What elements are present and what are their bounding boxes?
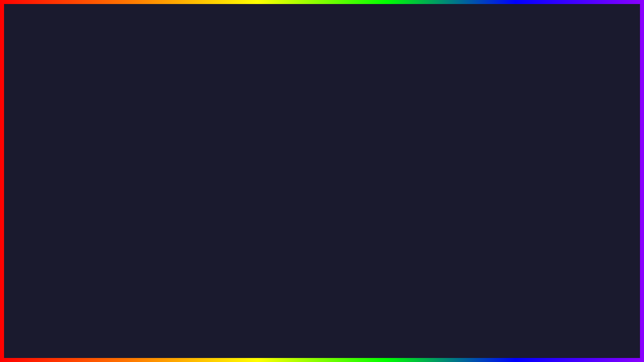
fighting-style-dropdown[interactable]: Fighting Style ▲	[248, 240, 290, 246]
sidebar-right-functions[interactable]: ⚓ Functions	[336, 203, 393, 216]
auto-farming-npc-row: Auto Farming NPC	[393, 214, 573, 231]
autofarm-all-npc-row: AutoFarm All NPC	[393, 231, 573, 248]
buso-haki-row: Buso Haki	[393, 163, 573, 180]
window-left-title: One Fruit Simulator - Solexz	[69, 148, 156, 156]
sidebar-right-label-misc: Misc	[351, 219, 363, 226]
window-left-body: ⚓ Main ⚓ Farming ⚓ Functions ⚓ Misc 🌌 Sk…	[64, 160, 296, 272]
sidebar-item-farming[interactable]: ⚓ Farming	[64, 177, 121, 190]
window-right-minimize[interactable]: ─	[547, 148, 555, 156]
window-right-close[interactable]: ✕	[559, 148, 568, 156]
sidebar-item-functions[interactable]: ⚓ Functions	[64, 190, 121, 203]
farm-gun-row: Farm Gun	[122, 251, 296, 268]
avatar-name-left: Sky	[86, 226, 96, 233]
autofarm-all-npc-checkbox[interactable]	[558, 236, 567, 244]
auto-farming-npc-checkbox[interactable]	[558, 219, 567, 227]
auto-quest-row: Auto Quest ✔	[122, 207, 296, 224]
sidebar-item-main[interactable]: ⚓ Main	[64, 164, 121, 177]
buso-haki-checkbox[interactable]	[558, 167, 567, 175]
buso-haki-label: Buso Haki	[399, 168, 558, 175]
farm-gun-checkbox[interactable]	[282, 256, 290, 264]
sidebar-label-main: Main	[79, 167, 92, 174]
window-left-close[interactable]: ✕	[283, 148, 291, 156]
ken-haki-label: Ken Haki	[399, 185, 558, 192]
farm-gun-label: Farm Gun	[128, 256, 282, 263]
farmings-header: Farming's	[122, 224, 296, 234]
main-title: ONE FRUIT	[169, 6, 476, 67]
bottom-title: AUTO FARM SCRIPT PASTEBIN	[0, 304, 644, 347]
anchor-icon-r-misc: ⚓	[341, 220, 348, 226]
title-container: ONE FRUIT	[0, 9, 644, 64]
auto-quest-checkbox[interactable]	[282, 212, 290, 220]
sidebar-label-farming: Farming	[79, 180, 101, 187]
window-right-content: Buso Haki Ken Haki Hao Haki Auto Farming…	[393, 160, 573, 286]
window-right-titlebar: One Fruit Simulator - Solexz ─ ✕	[336, 144, 573, 160]
hao-haki-checkbox[interactable]	[558, 202, 567, 210]
farming-quest-header: Farming Quest	[122, 197, 296, 207]
auto-farm-text: AUTO FARM	[116, 304, 331, 344]
auto-chest-checkbox[interactable]	[282, 185, 290, 193]
thumbnail-label: ONE HAUNSIMULATOR	[559, 306, 630, 317]
auto-use-skill-label: Auto Use Skill	[399, 253, 558, 260]
autonpc-row: AutoNpc	[393, 265, 573, 283]
sidebar-right-label-main: Main	[351, 167, 364, 174]
sidebar-right-farming[interactable]: ⚓ Farming	[336, 177, 393, 190]
avatar-name-right: Sky	[358, 239, 368, 246]
auto-use-skill-row: Auto Use Skill	[393, 248, 573, 265]
anchor-icon-main: ⚓	[69, 167, 76, 174]
hao-haki-label: Hao Haki	[399, 202, 558, 209]
window-left-minimize[interactable]: ─	[271, 148, 279, 156]
collect-fruit-row: Collect Fruit - Store - Server Hope ⚙	[122, 163, 296, 180]
window-right: One Fruit Simulator - Solexz ─ ✕ ⚓ Main …	[335, 143, 574, 287]
avatar-right: 🌌	[341, 236, 355, 250]
sidebar-label-functions: Functions	[79, 193, 105, 200]
sidebar-left-footer: 🌌 Sky	[64, 218, 121, 241]
sidebar-right-label-farming: Farming	[351, 180, 373, 187]
sidebar-right-label-functions: Functions	[351, 206, 377, 213]
thumbnail: ONE HAUNSIMULATOR	[556, 264, 634, 322]
anchor-icon-misc: ⚓	[69, 207, 76, 213]
auto-use-skill-checkbox[interactable]	[558, 253, 567, 261]
sidebar-right-main[interactable]: ⚓ Main	[336, 164, 393, 177]
ken-haki-row: Ken Haki	[393, 180, 573, 197]
chevron-up-icon: ▲	[284, 240, 290, 246]
settings-icon-collect[interactable]: ⚙	[283, 167, 290, 175]
window-left-content: Collect Fruit - Store - Server Hope ⚙ Au…	[122, 160, 296, 272]
sidebar-label-misc: Misc	[79, 206, 92, 213]
sidebar-right-secretboss[interactable]: ⚓ Secret Boss	[336, 190, 393, 203]
anchor-icon-r-functions: ⚓	[341, 207, 348, 213]
checkmark-green: ✔	[164, 211, 170, 220]
sidebar-right-misc[interactable]: ⚓ Misc	[336, 216, 393, 229]
sidebar-right-label-secretboss: Secret Boss	[351, 193, 383, 200]
anchor-icon-r-farming: ⚓	[341, 180, 348, 187]
auto-chest-row: Auto Chest	[122, 180, 296, 197]
stats-weapon-row: Stats / Weapon Fighting Style ▲	[122, 234, 296, 251]
autonpc-label: AutoNpc	[399, 270, 558, 278]
dropdown-label: Fighting Style	[248, 240, 281, 246]
auto-quest-label: Auto Quest ✔	[128, 211, 282, 220]
anchor-icon-r-secretboss: ⚓	[341, 194, 348, 200]
stats-weapon-label: Stats / Weapon	[128, 239, 248, 246]
window-left-titlebar: One Fruit Simulator - Solexz ─ ✕	[64, 144, 296, 160]
window-right-controls: ─ ✕	[547, 148, 568, 156]
avatar-left: 🌌	[69, 223, 83, 237]
autofarm-all-npc-label: AutoFarm All NPC	[399, 236, 558, 243]
window-right-title: One Fruit Simulator - Solexz	[341, 148, 428, 156]
script-pastebin-text: SCRIPT PASTEBIN	[339, 323, 528, 346]
window-left-controls: ─ ✕	[271, 148, 291, 156]
anchor-icon-r-main: ⚓	[341, 167, 348, 174]
anchor-icon-functions: ⚓	[69, 194, 76, 200]
window-left: One Fruit Simulator - Solexz ─ ✕ ⚓ Main …	[63, 143, 297, 273]
auto-farming-npc-label: Auto Farming NPC	[399, 219, 558, 226]
sidebar-right-footer: 🌌 Sky	[336, 231, 393, 254]
hao-haki-row: Hao Haki	[393, 197, 573, 214]
collect-fruit-label: Collect Fruit - Store - Server Hope	[128, 167, 283, 175]
window-left-sidebar: ⚓ Main ⚓ Farming ⚓ Functions ⚓ Misc 🌌 Sk…	[64, 160, 122, 272]
anchor-icon-farming: ⚓	[69, 180, 76, 187]
window-right-sidebar: ⚓ Main ⚓ Farming ⚓ Secret Boss ⚓ Functio…	[336, 160, 393, 286]
auto-chest-label: Auto Chest	[128, 185, 282, 192]
sidebar-item-misc[interactable]: ⚓ Misc	[64, 203, 121, 216]
window-right-body: ⚓ Main ⚓ Farming ⚓ Secret Boss ⚓ Functio…	[336, 160, 573, 286]
ken-haki-checkbox[interactable]	[558, 185, 567, 193]
